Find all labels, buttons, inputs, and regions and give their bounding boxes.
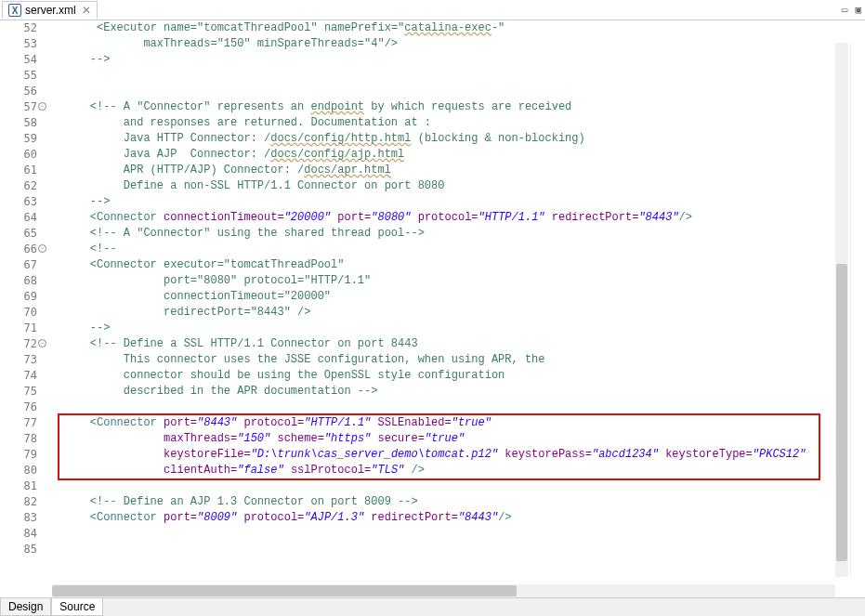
minimize-view-icon[interactable]: ▭ [842,4,848,16]
file-tab-server-xml[interactable]: X server.xml ✕ [2,1,98,19]
line-number: 84 [0,526,37,542]
editor-area: 525354555657-585960616263646566-67686970… [0,20,865,597]
close-icon[interactable]: ✕ [82,4,91,17]
horizontal-scroll-thumb[interactable] [52,585,517,596]
code-line[interactable]: <!-- A "Connector" using the shared thre… [63,226,865,242]
code-line[interactable]: <!-- Define a SSL HTTP/1.1 Connector on … [63,336,865,352]
code-line[interactable]: --> [63,52,865,68]
code-line[interactable]: keystoreFile="D:\trunk\cas_server_demo\t… [63,447,865,463]
line-number: 77 [0,415,37,431]
code-line[interactable]: <Connector port="8009" protocol="AJP/1.3… [63,510,865,526]
line-number: 66- [0,242,37,257]
code-line[interactable]: <Executor name="tomcatThreadPool" namePr… [63,20,865,36]
fold-toggle-icon[interactable]: - [38,244,46,253]
code-line[interactable] [63,68,865,84]
line-number: 69 [0,289,37,305]
code-line[interactable]: maxThreads="150" scheme="https" secure="… [63,431,865,447]
code-line[interactable]: Java AJP Connector: /docs/config/ajp.htm… [63,147,865,163]
line-number: 80 [0,463,37,478]
line-number: 82 [0,494,37,510]
code-line[interactable]: APR (HTTP/AJP) Connector: /docs/apr.html [63,163,865,178]
line-number: 55 [0,68,37,84]
line-number: 59 [0,131,37,147]
line-number: 79 [0,447,37,463]
line-number: 74 [0,368,37,384]
line-number: 75 [0,384,37,400]
line-number: 64 [0,210,37,226]
code-line[interactable] [63,526,865,542]
line-number: 61 [0,163,37,178]
tab-design[interactable]: Design [0,598,51,616]
file-tab-label: server.xml [25,4,76,17]
line-number: 70 [0,305,37,321]
code-line[interactable] [63,84,865,99]
code-line[interactable]: described in the APR documentation --> [63,384,865,400]
code-line[interactable]: connector should be using the OpenSSL st… [63,368,865,384]
code-line[interactable]: Java HTTP Connector: /docs/config/http.h… [63,131,865,147]
code-line[interactable]: maxThreads="150" minSpareThreads="4"/> [63,36,865,52]
line-number: 57- [0,99,37,115]
code-line[interactable] [63,542,865,557]
line-number: 60 [0,147,37,163]
code-line[interactable]: This connector uses the JSSE configurati… [63,352,865,368]
code-line[interactable]: <Connector connectionTimeout="20000" por… [63,210,865,226]
fold-toggle-icon[interactable]: - [38,102,46,111]
line-number: 67 [0,257,37,273]
code-line[interactable]: and responses are returned. Documentatio… [63,115,865,131]
overview-ruler[interactable] [850,43,863,577]
code-content[interactable]: <Executor name="tomcatThreadPool" namePr… [52,20,865,597]
line-number: 85 [0,542,37,557]
code-line[interactable]: port="8080" protocol="HTTP/1.1" [63,273,865,289]
line-number-gutter: 525354555657-585960616263646566-67686970… [0,20,52,597]
editor-tab-bar: X server.xml ✕ ▭ ▣ [0,0,865,20]
maximize-view-icon[interactable]: ▣ [855,4,861,16]
line-number: 81 [0,478,37,494]
vertical-scroll-thumb[interactable] [836,264,847,561]
code-line[interactable]: <Connector port="8443" protocol="HTTP/1.… [63,415,865,431]
bottom-tab-bar: Design Source [0,597,865,616]
code-line[interactable]: --> [63,194,865,210]
code-line[interactable] [63,400,865,415]
code-line[interactable]: <!-- [63,242,865,257]
code-line[interactable]: clientAuth="false" sslProtocol="TLS" /> [63,463,865,478]
code-line[interactable]: --> [63,321,865,336]
code-line[interactable]: <Connector executor="tomcatThreadPool" [63,257,865,273]
line-number: 73 [0,352,37,368]
vertical-scrollbar[interactable] [835,43,848,577]
line-number: 56 [0,84,37,99]
xml-file-icon: X [8,4,21,17]
line-number: 83 [0,510,37,526]
line-number: 52 [0,20,37,36]
line-number: 62 [0,178,37,194]
code-line[interactable]: <!-- A "Connector" represents an endpoin… [63,99,865,115]
line-number: 72- [0,336,37,352]
line-number: 58 [0,115,37,131]
line-number: 54 [0,52,37,68]
line-number: 68 [0,273,37,289]
line-number: 65 [0,226,37,242]
fold-toggle-icon[interactable]: - [38,339,46,347]
line-number: 53 [0,36,37,52]
code-line[interactable] [63,478,865,494]
line-number: 71 [0,321,37,336]
horizontal-scrollbar[interactable] [52,584,835,597]
line-number: 78 [0,431,37,447]
code-line[interactable]: Define a non-SSL HTTP/1.1 Connector on p… [63,178,865,194]
code-line[interactable]: connectionTimeout="20000" [63,289,865,305]
code-line[interactable]: <!-- Define an AJP 1.3 Connector on port… [63,494,865,510]
code-line[interactable]: redirectPort="8443" /> [63,305,865,321]
line-number: 63 [0,194,37,210]
tab-source[interactable]: Source [51,598,103,616]
line-number: 76 [0,400,37,415]
